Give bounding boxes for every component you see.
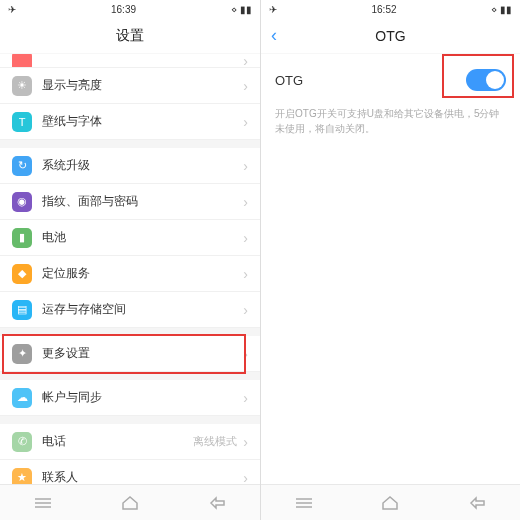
item-label: 电话 xyxy=(42,433,193,450)
contacts-icon: ★ xyxy=(12,468,32,485)
fingerprint-icon: ◉ xyxy=(12,192,32,212)
nav-bar xyxy=(0,484,260,520)
settings-screen: ✈ 16:39 ⋄ ▮▮ 设置 › ☀ 显示与亮度 › T 壁纸与字体 › xyxy=(0,0,260,520)
recent-button[interactable] xyxy=(33,495,53,511)
location-icon: ◆ xyxy=(12,264,32,284)
phone-icon: ✆ xyxy=(12,432,32,452)
status-time: 16:39 xyxy=(111,4,136,15)
battery-icon: ▮▮ xyxy=(240,4,252,15)
chevron-right-icon: › xyxy=(243,194,248,210)
sound-icon xyxy=(12,54,32,68)
item-more-settings[interactable]: ✦ 更多设置 › xyxy=(0,336,260,372)
item-label: 系统升级 xyxy=(42,157,243,174)
item-storage[interactable]: ▤ 运存与存储空间 › xyxy=(0,292,260,328)
item-label: 帐户与同步 xyxy=(42,389,243,406)
item-label: 电池 xyxy=(42,229,243,246)
battery-icon: ▮▮ xyxy=(500,4,512,15)
back-button[interactable] xyxy=(467,495,487,511)
home-button[interactable] xyxy=(380,495,400,511)
battery-icon: ▮ xyxy=(12,228,32,248)
chevron-right-icon: › xyxy=(243,346,248,362)
update-icon: ↻ xyxy=(12,156,32,176)
chevron-right-icon: › xyxy=(243,158,248,174)
secondary-text: 离线模式 xyxy=(193,434,237,449)
back-chevron-icon[interactable]: ‹ xyxy=(271,25,277,46)
otg-content: OTG 开启OTG开关可支持U盘和给其它设备供电，5分钟未使用，将自动关闭。 xyxy=(261,54,520,484)
chevron-right-icon: › xyxy=(243,434,248,450)
item-location[interactable]: ◆ 定位服务 › xyxy=(0,256,260,292)
item-display[interactable]: ☀ 显示与亮度 › xyxy=(0,68,260,104)
status-bar: ✈ 16:39 ⋄ ▮▮ xyxy=(0,0,260,18)
chevron-right-icon: › xyxy=(243,470,248,485)
item-phone[interactable]: ✆ 电话 离线模式 › xyxy=(0,424,260,460)
item-battery[interactable]: ▮ 电池 › xyxy=(0,220,260,256)
settings-list[interactable]: › ☀ 显示与亮度 › T 壁纸与字体 › ↻ 系统升级 › ◉ 指纹、面部与密… xyxy=(0,54,260,484)
chevron-right-icon: › xyxy=(243,78,248,94)
recent-button[interactable] xyxy=(294,495,314,511)
otg-description: 开启OTG开关可支持U盘和给其它设备供电，5分钟未使用，将自动关闭。 xyxy=(261,100,520,142)
item-label: 更多设置 xyxy=(42,345,243,362)
otg-row: OTG xyxy=(261,60,520,100)
chevron-right-icon: › xyxy=(243,114,248,130)
airplane-icon: ✈ xyxy=(8,4,16,15)
wrench-icon: ✦ xyxy=(12,344,32,364)
page-title: 设置 xyxy=(116,27,144,45)
item-label: 显示与亮度 xyxy=(42,77,243,94)
item-accounts[interactable]: ☁ 帐户与同步 › xyxy=(0,380,260,416)
list-item[interactable]: › xyxy=(0,54,260,68)
wallpaper-icon: T xyxy=(12,112,32,132)
item-label: 联系人 xyxy=(42,469,243,484)
chevron-right-icon: › xyxy=(243,390,248,406)
status-bar: ✈ 16:52 ⋄ ▮▮ xyxy=(261,0,520,18)
page-title: OTG xyxy=(375,28,405,44)
status-time: 16:52 xyxy=(371,4,396,15)
chevron-right-icon: › xyxy=(243,266,248,282)
airplane-icon: ✈ xyxy=(269,4,277,15)
otg-toggle[interactable] xyxy=(466,69,506,91)
item-label: 壁纸与字体 xyxy=(42,113,243,130)
item-contacts[interactable]: ★ 联系人 › xyxy=(0,460,260,484)
otg-screen: ✈ 16:52 ⋄ ▮▮ ‹ OTG OTG 开启OTG开关可支持U盘和给其它设… xyxy=(260,0,520,520)
otg-label: OTG xyxy=(275,73,303,88)
storage-icon: ▤ xyxy=(12,300,32,320)
chevron-right-icon: › xyxy=(243,302,248,318)
item-label: 运存与存储空间 xyxy=(42,301,243,318)
item-biometric[interactable]: ◉ 指纹、面部与密码 › xyxy=(0,184,260,220)
header: 设置 xyxy=(0,18,260,54)
item-label: 指纹、面部与密码 xyxy=(42,193,243,210)
display-icon: ☀ xyxy=(12,76,32,96)
header: ‹ OTG xyxy=(261,18,520,54)
home-button[interactable] xyxy=(120,495,140,511)
back-button[interactable] xyxy=(207,495,227,511)
wifi-icon: ⋄ xyxy=(231,4,237,15)
wifi-icon: ⋄ xyxy=(491,4,497,15)
item-update[interactable]: ↻ 系统升级 › xyxy=(0,148,260,184)
item-label: 定位服务 xyxy=(42,265,243,282)
nav-bar xyxy=(261,484,520,520)
chevron-right-icon: › xyxy=(243,230,248,246)
chevron-right-icon: › xyxy=(243,54,248,68)
cloud-icon: ☁ xyxy=(12,388,32,408)
item-wallpaper[interactable]: T 壁纸与字体 › xyxy=(0,104,260,140)
